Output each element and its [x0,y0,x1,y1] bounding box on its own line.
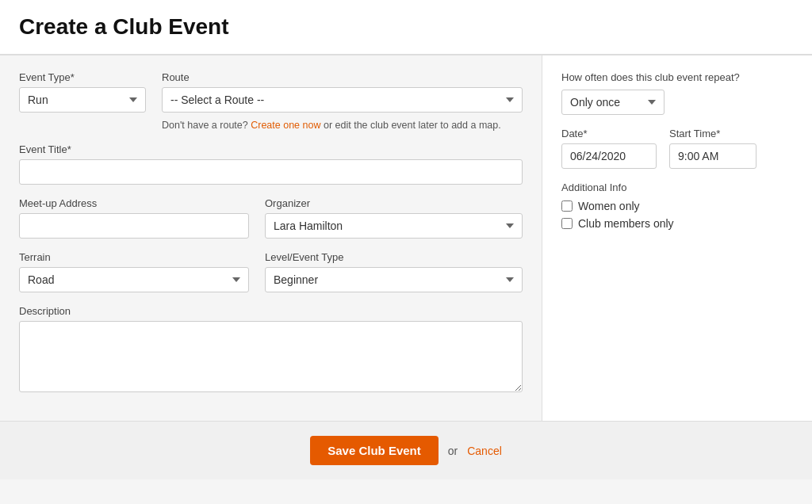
terrain-level-row: Terrain Road Trail Track Level/Event Typ… [19,251,523,292]
additional-info-label: Additional Info [561,181,793,193]
route-select[interactable]: -- Select a Route -- [162,87,523,113]
event-type-group: Event Type* Run Ride Walk Hike [19,71,146,113]
date-time-row: Date* Start Time* [561,128,793,169]
description-row: Description [19,305,523,392]
meetup-input[interactable] [19,213,249,239]
page-header: Create a Club Event [0,0,812,55]
description-textarea[interactable] [19,321,523,392]
level-label: Level/Event Type [265,251,523,263]
terrain-group: Terrain Road Trail Track [19,251,249,292]
organizer-group: Organizer Lara Hamilton Other [265,197,523,239]
event-type-label: Event Type* [19,71,146,83]
event-type-select[interactable]: Run Ride Walk Hike [19,87,146,113]
terrain-label: Terrain [19,251,249,263]
club-members-only-label: Club members only [578,217,674,230]
description-group: Description [19,305,523,392]
meetup-group: Meet-up Address [19,197,249,239]
date-input[interactable] [561,143,657,169]
start-time-input[interactable] [669,143,756,169]
date-group: Date* [561,128,657,169]
cancel-link[interactable]: Cancel [467,445,502,457]
route-hint-text: Don't have a route? [162,120,248,131]
women-only-checkbox[interactable] [561,200,573,212]
date-label: Date* [561,128,657,139]
left-panel: Event Type* Run Ride Walk Hike Route -- … [0,55,542,421]
event-title-row: Event Title* [19,143,523,185]
club-members-only-item[interactable]: Club members only [561,217,793,230]
event-type-route-row: Event Type* Run Ride Walk Hike Route -- … [19,71,523,131]
event-title-label: Event Title* [19,143,523,155]
women-only-item[interactable]: Women only [561,200,793,212]
footer: Save Club Event or Cancel [0,421,812,479]
right-panel: How often does this club event repeat? O… [542,55,812,421]
checkbox-group: Women only Club members only [561,200,793,230]
event-title-input[interactable] [19,159,523,185]
description-label: Description [19,305,523,317]
create-route-link[interactable]: Create one now [251,120,320,131]
repeat-select[interactable]: Only once Weekly Monthly [561,90,665,115]
event-title-group: Event Title* [19,143,523,185]
organizer-label: Organizer [265,197,523,209]
start-time-label: Start Time* [669,128,756,139]
content-wrapper: Event Type* Run Ride Walk Hike Route -- … [0,55,812,421]
repeat-question: How often does this club event repeat? [561,71,793,83]
or-text: or [448,445,458,457]
terrain-select[interactable]: Road Trail Track [19,267,249,292]
meetup-organizer-row: Meet-up Address Organizer Lara Hamilton … [19,197,523,239]
women-only-label: Women only [578,200,640,212]
level-select[interactable]: Beginner Intermediate Advanced [265,267,523,292]
club-members-only-checkbox[interactable] [561,218,573,229]
page-title: Create a Club Event [19,14,793,40]
meetup-label: Meet-up Address [19,197,249,209]
route-hint: Don't have a route? Create one now or ed… [162,120,523,131]
route-label: Route [162,71,523,83]
save-button[interactable]: Save Club Event [310,436,439,465]
level-group: Level/Event Type Beginner Intermediate A… [265,251,523,292]
organizer-select[interactable]: Lara Hamilton Other [265,213,523,239]
time-group: Start Time* [669,128,756,169]
route-group: Route -- Select a Route -- Don't have a … [162,71,523,131]
route-hint-suffix: or edit the club event later to add a ma… [324,120,501,131]
